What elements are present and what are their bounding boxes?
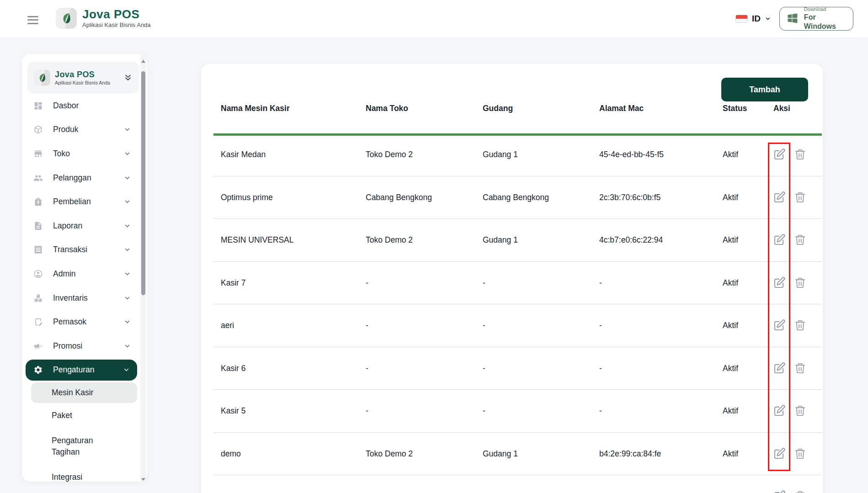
edit-button[interactable] bbox=[772, 191, 786, 204]
download-target-label: For Windows bbox=[804, 13, 847, 31]
language-selector[interactable]: ID bbox=[735, 14, 771, 24]
chevron-down-icon bbox=[124, 318, 131, 325]
delete-button[interactable] bbox=[794, 319, 806, 332]
cell-warehouse: Gudang 1 bbox=[483, 235, 518, 245]
column-header-alamat-mac: Alamat Mac bbox=[599, 104, 644, 113]
cell-status: Aktif bbox=[723, 278, 738, 287]
cell-name: MESIN UNIVERSAL bbox=[221, 235, 293, 245]
cell-status: Aktif bbox=[723, 449, 738, 458]
delete-button[interactable] bbox=[794, 447, 806, 460]
dashboard-icon bbox=[33, 101, 43, 111]
column-header-nama-mesin-kasir: Nama Mesin Kasir bbox=[221, 104, 290, 113]
sidebar-item-pengaturan[interactable]: Pengaturan bbox=[26, 360, 137, 381]
sidebar-subitem-label: Paket bbox=[52, 411, 72, 420]
sidebar-item-toko[interactable]: Toko bbox=[22, 142, 138, 166]
cell-store: Cabang Bengkong bbox=[366, 192, 432, 202]
cell-mac: 2c:3b:70:6c:0b:f5 bbox=[599, 192, 660, 202]
sidebar-subitem-label: Mesin Kasir bbox=[52, 388, 93, 398]
edit-button[interactable] bbox=[772, 148, 786, 161]
cell-mac: - bbox=[599, 406, 602, 416]
sidebar-item-label: Pembelian bbox=[53, 197, 91, 207]
hamburger-menu-icon[interactable] bbox=[27, 14, 38, 24]
chevron-down-icon bbox=[124, 175, 131, 181]
cell-name: Kasir 5 bbox=[221, 406, 245, 416]
sidebar-item-label: Toko bbox=[53, 149, 70, 159]
download-for-windows-button[interactable]: Download For Windows bbox=[779, 7, 853, 31]
delete-button[interactable] bbox=[794, 233, 806, 247]
scroll-down-arrow-icon[interactable] bbox=[141, 475, 145, 479]
delete-button[interactable] bbox=[794, 404, 806, 418]
sidebar-item-label: Transaksi bbox=[53, 245, 87, 254]
edit-button[interactable] bbox=[772, 489, 786, 493]
column-header-status: Status bbox=[723, 104, 747, 113]
scroll-up-arrow-icon[interactable] bbox=[141, 57, 145, 60]
machines-table: Nama Mesin KasirNama TokoGudangAlamat Ma… bbox=[213, 64, 822, 493]
sidebar-item-inventaris[interactable]: Inventaris bbox=[22, 286, 138, 310]
delete-button[interactable] bbox=[794, 191, 806, 204]
sidebar-logo-card: Jova POS Aplikasi Kasir Bisnis Anda bbox=[27, 62, 139, 94]
cell-warehouse: - bbox=[483, 406, 485, 416]
app-title: Jova POS bbox=[82, 8, 151, 21]
sidebar-item-label: Laporan bbox=[53, 221, 82, 231]
chevron-down-icon bbox=[124, 343, 131, 350]
sidebar-item-promosi[interactable]: Promosi bbox=[22, 334, 138, 358]
cell-status: Aktif bbox=[723, 406, 738, 416]
column-header-nama-toko: Nama Toko bbox=[366, 104, 408, 113]
sidebar-item-pembelian[interactable]: Pembelian bbox=[22, 190, 138, 214]
sidebar-scrollbar[interactable] bbox=[140, 55, 146, 481]
chevron-down-icon bbox=[124, 150, 131, 157]
cell-mac: - bbox=[599, 278, 602, 287]
cell-name: Kasir 6 bbox=[221, 363, 245, 373]
chevron-down-icon bbox=[124, 198, 131, 205]
sidebar-item-pelanggan[interactable]: Pelanggan bbox=[22, 166, 138, 190]
sidebar-item-dasbor[interactable]: Dasbor bbox=[22, 94, 138, 118]
chevron-down-icon bbox=[124, 223, 131, 229]
delete-button[interactable] bbox=[794, 361, 806, 375]
cell-warehouse: Cabang Bengkong bbox=[483, 192, 549, 202]
sidebar-item-pemasok[interactable]: Pemasok bbox=[22, 310, 138, 334]
cell-store: Toko Demo 2 bbox=[366, 449, 413, 458]
delete-button[interactable] bbox=[794, 276, 806, 289]
sidebar-item-produk[interactable]: Produk bbox=[22, 118, 138, 142]
sidebar-item-label: Inventaris bbox=[53, 293, 88, 303]
settings-icon bbox=[33, 365, 43, 375]
app-title: Jova POS bbox=[55, 70, 123, 80]
sidebar-item-admin[interactable]: Admin bbox=[22, 262, 138, 286]
edit-button[interactable] bbox=[772, 447, 786, 461]
receipt-icon bbox=[33, 245, 43, 254]
sidebar-subitem-integrasi[interactable]: Integrasi bbox=[22, 465, 138, 482]
indonesia-flag-icon bbox=[735, 15, 748, 23]
sidebar-item-label: Pelanggan bbox=[53, 173, 91, 183]
edit-button[interactable] bbox=[772, 318, 786, 332]
cell-mac: - bbox=[599, 363, 602, 373]
sidebar-subitem-pengaturan-tagihan[interactable]: Pengaturan Tagihan bbox=[22, 428, 138, 465]
cell-store: - bbox=[366, 363, 368, 373]
chevron-down-icon bbox=[124, 126, 131, 133]
delete-button[interactable] bbox=[794, 490, 806, 493]
cell-store: Toko Demo 2 bbox=[366, 150, 413, 159]
sidebar-subitem-paket[interactable]: Paket bbox=[22, 403, 138, 428]
edit-button[interactable] bbox=[772, 233, 786, 247]
store-icon bbox=[33, 149, 43, 159]
delete-button[interactable] bbox=[794, 148, 806, 161]
table-header-row: Nama Mesin KasirNama TokoGudangAlamat Ma… bbox=[213, 64, 822, 133]
sidebar-item-transaksi[interactable]: Transaksi bbox=[22, 238, 138, 262]
scrollbar-thumb[interactable] bbox=[141, 71, 145, 295]
top-header: Jova POS Aplikasi Kasir Bisnis Anda ID D… bbox=[0, 0, 868, 37]
edit-button[interactable] bbox=[772, 276, 786, 290]
sidebar: Jova POS Aplikasi Kasir Bisnis Anda Dasb… bbox=[22, 54, 147, 482]
cell-mac: 45-4e-ed-bb-45-f5 bbox=[599, 150, 664, 159]
sidebar-item-laporan[interactable]: Laporan bbox=[22, 214, 138, 238]
double-chevron-collapse-icon[interactable] bbox=[123, 73, 133, 82]
sidebar-subitem-mesin-kasir[interactable]: Mesin Kasir bbox=[31, 382, 137, 403]
megaphone-icon bbox=[33, 341, 43, 351]
edit-button[interactable] bbox=[772, 361, 786, 375]
table-row: aeri---Aktif bbox=[213, 304, 822, 347]
cell-status: Aktif bbox=[723, 321, 738, 330]
table-row: demoToko Demo 2Gudang 1b4:2e:99:ca:84:fe… bbox=[213, 433, 822, 476]
cell-store: Toko Demo 2 bbox=[366, 235, 413, 245]
download-label: Download bbox=[804, 6, 847, 12]
cell-store: - bbox=[366, 321, 368, 330]
cell-mac: 4c:b7:e0:6c:22:94 bbox=[599, 235, 663, 245]
edit-button[interactable] bbox=[772, 404, 786, 418]
